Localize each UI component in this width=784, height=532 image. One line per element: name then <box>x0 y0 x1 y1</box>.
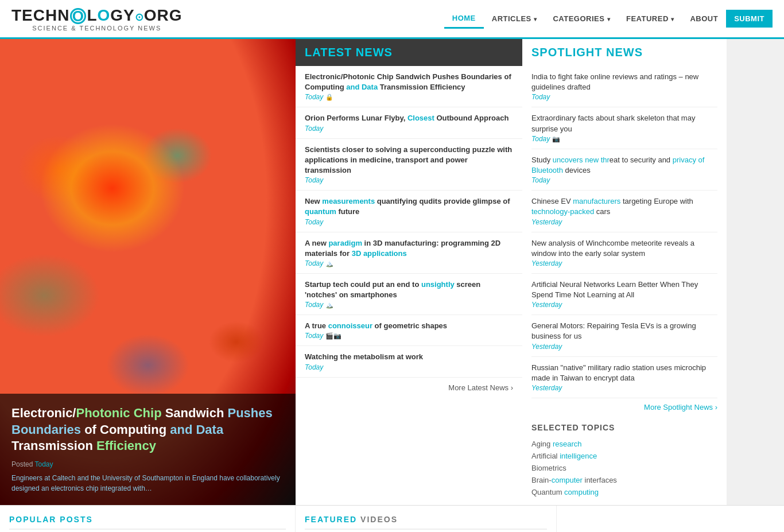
topic-quantum[interactable]: Quantum computing <box>531 486 717 498</box>
news-item: Orion Performs Lunar Flyby, Closest Outb… <box>296 107 522 138</box>
spotlight-item: New analysis of Winchcombe meteorite rev… <box>531 232 717 274</box>
more-spotlight-area: More Spotlight News › <box>531 398 717 416</box>
news-link[interactable]: Electronic/Photonic Chip Sandwich Pushes… <box>305 72 511 91</box>
more-latest-button[interactable]: More Latest News › <box>448 383 513 392</box>
spotlight-header: SPOTLIGHT NEWS <box>531 39 717 66</box>
news-highlight: Closest <box>407 114 434 122</box>
news-item: Startup tech could put an end to unsight… <box>296 274 522 315</box>
hero-title: Electronic/Photonic Chip Sandwich Pushes… <box>11 405 284 455</box>
spotlight-item: Study uncovers new threat to security an… <box>531 149 717 191</box>
news-link[interactable]: New measurements quantifying qudits prov… <box>305 197 510 216</box>
more-latest-link: More Latest News › <box>296 378 522 398</box>
news-icon: 🎬📷 <box>325 332 341 339</box>
news-item: New measurements quantifying qudits prov… <box>296 191 522 232</box>
news-time: Today <box>305 301 323 309</box>
featured-videos-header: FEATURED VIDEOS <box>305 515 547 530</box>
news-link[interactable]: Scientists closer to solving a supercond… <box>305 145 512 174</box>
news-link[interactable]: Orion Performs Lunar Flyby, Closest Outb… <box>305 114 509 122</box>
logo-o: O <box>70 8 86 24</box>
hero-overlay: Electronic/Photonic Chip Sandwich Pushes… <box>0 394 296 505</box>
topic-highlight: intelligence <box>560 452 597 460</box>
hero-desc-highlight: University of Southampton <box>102 474 183 482</box>
spotlight-link[interactable]: New analysis of Winchcombe meteorite rev… <box>531 239 694 258</box>
logo-area: TECHNOLOGY⊙ORG SCIENCE & TECHNOLOGY NEWS <box>11 6 183 32</box>
news-link[interactable]: A new paradigm in 3D manufacturing: prog… <box>305 239 500 258</box>
nav-categories[interactable]: CATEGORIES ▾ <box>545 10 618 28</box>
spotlight-item: Russian "native" military radio station … <box>531 357 717 398</box>
spotlight-link[interactable]: Artificial Neural Networks Learn Better … <box>531 280 698 299</box>
spotlight-time: Yesterday <box>531 343 562 351</box>
topic-ai[interactable]: Artificial intelligence <box>531 450 717 462</box>
nav-home[interactable]: HOME <box>444 9 484 29</box>
hero-title-green1: Photonic Chip <box>76 406 161 420</box>
spotlight-time: Today <box>531 93 550 101</box>
spotlight-item: India to fight fake online reviews and r… <box>531 66 717 107</box>
hero-desc-highlight2: electronics <box>51 484 84 492</box>
news-highlight: unsightly <box>421 280 455 289</box>
hero-title-cyan2: and Data <box>170 422 223 437</box>
spotlight-time: Today <box>531 176 550 184</box>
spotlight-item: General Motors: Repairing Tesla EVs is a… <box>531 315 717 356</box>
news-highlight: and Data <box>346 83 378 91</box>
spotlight-link[interactable]: India to fight fake online reviews and r… <box>531 72 698 91</box>
news-item: Electronic/Photonic Chip Sandwich Pushes… <box>296 66 522 107</box>
spotlight-highlight: uncovers new thr <box>553 156 610 164</box>
topic-bci[interactable]: Brain-computer interfaces <box>531 474 717 486</box>
logo-subtitle: SCIENCE & TECHNOLOGY NEWS <box>11 25 183 32</box>
nav-about[interactable]: ABOUT <box>682 10 726 28</box>
news-time: Today <box>305 332 323 340</box>
spotlight-highlight2: technology-packed <box>531 207 594 216</box>
news-link[interactable]: Watching the metabolism at work <box>305 352 423 361</box>
header: TECHNOLOGY⊙ORG SCIENCE & TECHNOLOGY NEWS… <box>0 0 784 39</box>
main-content: Electronic/Photonic Chip Sandwich Pushes… <box>0 39 784 505</box>
hero-title-green2: Efficiency <box>96 438 156 453</box>
popular-posts-header: POPULAR POSTS <box>9 515 286 530</box>
spotlight-item: Extraordinary facts about shark skeleton… <box>531 107 717 149</box>
topic-highlight: research <box>553 440 582 448</box>
spotlight-highlight: manufacturers <box>573 197 620 205</box>
right-bottom-section <box>557 506 784 532</box>
spotlight-time: Yesterday <box>531 218 562 226</box>
more-spotlight-button[interactable]: More Spotlight News › <box>644 403 717 411</box>
news-icon: 🏔️ <box>325 260 333 267</box>
news-highlight: measurements <box>322 197 375 205</box>
topic-highlight: computing <box>564 488 599 496</box>
spotlight-link[interactable]: Chinese EV manufacturers targeting Europ… <box>531 197 693 216</box>
spotlight-link[interactable]: Russian "native" military radio station … <box>531 363 706 382</box>
news-link[interactable]: A true connoisseur of geometric shapes <box>305 321 447 330</box>
hero-desc-start: Engineers at Caltech and the <box>11 474 102 482</box>
spotlight-section: SPOTLIGHT NEWS India to fight fake onlin… <box>522 39 727 505</box>
news-highlight: connoisseur <box>328 321 372 330</box>
news-icon: 🔒 <box>325 94 333 100</box>
featured-header-videos: VIDEOS <box>357 515 398 524</box>
latest-news-section: LATEST NEWS Electronic/Photonic Chip San… <box>296 39 522 505</box>
news-highlight: paradigm <box>328 239 362 247</box>
topic-biometrics[interactable]: Biometrics <box>531 462 717 474</box>
spotlight-link[interactable]: Extraordinary facts about shark skeleton… <box>531 114 695 133</box>
spotlight-time: Yesterday <box>531 384 562 392</box>
topic-aging[interactable]: Aging research <box>531 438 717 450</box>
hero-desc-end2: chip integrated with… <box>84 484 152 492</box>
news-time: Today <box>305 363 323 371</box>
news-highlight2: 3D applications <box>352 249 407 258</box>
spotlight-link[interactable]: General Motors: Repairing Tesla EVs is a… <box>531 321 696 340</box>
spotlight-item: Artificial Neural Networks Learn Better … <box>531 274 717 315</box>
nav-featured[interactable]: FEATURED ▾ <box>618 10 682 28</box>
articles-arrow: ▾ <box>534 16 537 22</box>
featured-arrow: ▾ <box>671 16 674 22</box>
news-item: Scientists closer to solving a supercond… <box>296 139 522 191</box>
news-icon: 🏔️ <box>325 301 333 308</box>
hero-section: Electronic/Photonic Chip Sandwich Pushes… <box>0 39 296 505</box>
news-link[interactable]: Startup tech could put an end to unsight… <box>305 280 480 299</box>
popular-posts-section: POPULAR POSTS Ukrainian soldiers: Bushma… <box>0 506 296 532</box>
news-highlight2: quantum <box>305 207 336 216</box>
news-time: Today <box>305 125 323 133</box>
topic-highlight: computer <box>552 476 583 484</box>
news-time: Today <box>305 259 323 267</box>
nav-articles[interactable]: ARTICLES ▾ <box>484 10 545 28</box>
spotlight-item: Chinese EV manufacturers targeting Europ… <box>531 191 717 232</box>
spotlight-link[interactable]: Study uncovers new threat to security an… <box>531 156 704 174</box>
bottom-section: POPULAR POSTS Ukrainian soldiers: Bushma… <box>0 505 784 532</box>
nav-submit[interactable]: SUBMIT <box>726 10 773 28</box>
news-item: A true connoisseur of geometric shapes T… <box>296 315 522 346</box>
